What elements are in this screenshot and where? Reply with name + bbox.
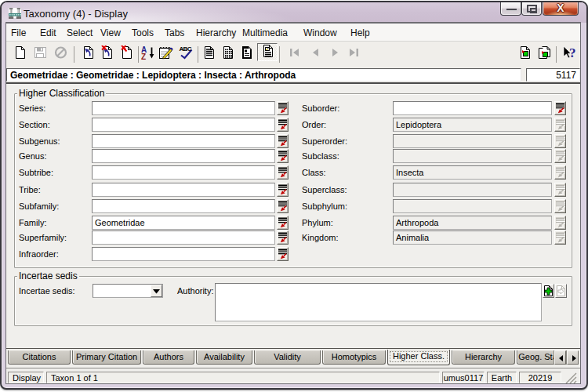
svg-text:Z: Z (141, 53, 146, 60)
svg-text:ABC: ABC (180, 45, 192, 53)
svg-text:?: ? (569, 45, 576, 60)
